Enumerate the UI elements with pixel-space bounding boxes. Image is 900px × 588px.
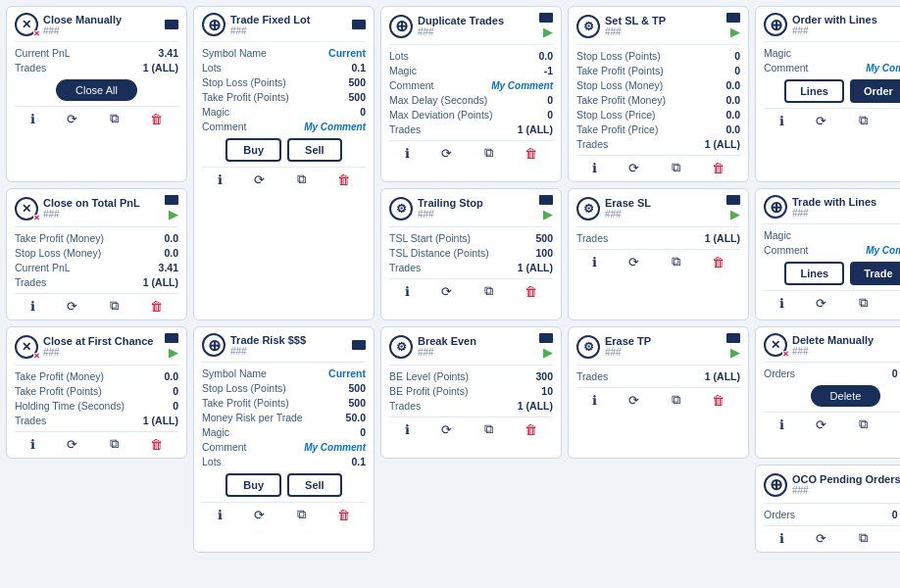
trash-icon-btn[interactable]: 🗑 [710, 160, 726, 175]
minimize-button[interactable] [726, 13, 740, 23]
trash-icon-btn[interactable]: 🗑 [710, 254, 726, 270]
copy-icon-btn[interactable]: ⧉ [482, 421, 495, 437]
refresh-icon-btn[interactable]: ⟳ [814, 295, 828, 311]
copy-icon-btn[interactable]: ⧉ [108, 436, 121, 452]
info-icon-btn[interactable]: ℹ [590, 392, 599, 408]
info-icon-btn[interactable]: ℹ [777, 416, 786, 432]
trash-icon-btn[interactable]: 🗑 [335, 507, 352, 522]
refresh-icon-btn[interactable]: ⟳ [626, 392, 641, 408]
minimize-button[interactable] [726, 333, 740, 343]
refresh-icon-btn[interactable]: ⟳ [814, 530, 828, 546]
refresh-icon-btn[interactable]: ⟳ [814, 113, 828, 128]
trade-risk-sss-subtitle: ### [230, 346, 347, 357]
order-button[interactable]: Order [850, 79, 900, 103]
play-button[interactable]: ▶ [730, 24, 740, 39]
minimize-button[interactable] [539, 333, 553, 343]
copy-icon-btn[interactable]: ⧉ [482, 283, 495, 299]
trash-icon-btn[interactable]: 🗑 [523, 283, 539, 299]
info-icon-btn[interactable]: ℹ [777, 530, 786, 546]
copy-icon-btn[interactable]: ⧉ [295, 507, 308, 522]
buy-button[interactable]: Buy [225, 138, 281, 162]
trash-icon-btn[interactable]: 🗑 [335, 172, 352, 187]
magic-row: Magic 0 [764, 229, 900, 241]
refresh-icon-btn[interactable]: ⟳ [65, 436, 79, 452]
play-button[interactable]: ▶ [543, 207, 553, 221]
copy-icon-btn[interactable]: ⧉ [670, 254, 682, 270]
play-button[interactable]: ▶ [730, 345, 740, 360]
sell-button[interactable]: Sell [287, 473, 342, 497]
refresh-icon-btn[interactable]: ⟳ [65, 111, 79, 126]
refresh-icon-btn[interactable]: ⟳ [439, 421, 454, 437]
info-icon-btn[interactable]: ℹ [403, 421, 412, 437]
info-icon-btn[interactable]: ℹ [777, 295, 786, 311]
oco-pending-orders-title: OCO Pending Orders [792, 473, 900, 485]
refresh-icon-btn[interactable]: ⟳ [439, 283, 454, 299]
buy-button[interactable]: Buy [225, 473, 281, 497]
copy-icon-btn[interactable]: ⧉ [295, 172, 308, 187]
info-icon-btn[interactable]: ℹ [403, 283, 412, 299]
copy-icon-btn[interactable]: ⧉ [482, 145, 495, 161]
close-manually-top-right [165, 20, 178, 29]
info-icon-btn[interactable]: ℹ [28, 436, 37, 452]
info-icon-btn[interactable]: ℹ [216, 172, 225, 187]
trades-value: 1 (ALL) [518, 400, 553, 412]
max-deviation-row: Max Deviation (Points) 0 [389, 109, 553, 121]
minimize-button[interactable] [165, 20, 178, 29]
trade-with-lines-title: Trade with Lines [792, 196, 900, 208]
info-icon-btn[interactable]: ℹ [28, 298, 37, 314]
copy-icon-btn[interactable]: ⧉ [108, 298, 121, 314]
refresh-icon-btn[interactable]: ⟳ [252, 172, 267, 187]
lines-button[interactable]: Lines [784, 262, 844, 285]
minimize-button[interactable] [165, 333, 178, 343]
copy-icon-btn[interactable]: ⧉ [670, 160, 682, 175]
refresh-icon-btn[interactable]: ⟳ [439, 145, 454, 161]
copy-icon-btn[interactable]: ⧉ [857, 295, 870, 311]
trash-icon-btn[interactable]: 🗑 [710, 392, 726, 408]
trades-label: Trades [576, 138, 608, 150]
play-button[interactable]: ▶ [543, 345, 553, 360]
play-button[interactable]: ▶ [169, 345, 178, 360]
minimize-button[interactable] [165, 195, 178, 205]
refresh-icon-btn[interactable]: ⟳ [65, 298, 79, 314]
close-on-total-pnl-top-right: ▶ [165, 195, 178, 221]
trash-icon-btn[interactable]: 🗑 [148, 298, 165, 314]
copy-icon-btn[interactable]: ⧉ [857, 416, 870, 432]
minimize-button[interactable] [539, 13, 553, 23]
minimize-button[interactable] [726, 195, 740, 205]
refresh-icon-btn[interactable]: ⟳ [814, 416, 828, 432]
copy-icon-btn[interactable]: ⧉ [670, 392, 682, 408]
play-button[interactable]: ▶ [543, 24, 553, 39]
info-icon-btn[interactable]: ℹ [216, 507, 225, 522]
trade-risk-sss-title: Trade Risk $$$ [230, 334, 347, 346]
info-icon-btn[interactable]: ℹ [777, 113, 786, 128]
refresh-icon-btn[interactable]: ⟳ [626, 254, 641, 270]
minimize-button[interactable] [352, 20, 366, 29]
info-icon-btn[interactable]: ℹ [403, 145, 412, 161]
trash-icon-btn[interactable]: 🗑 [148, 436, 165, 452]
close-all-button[interactable]: Close All [56, 79, 137, 101]
copy-icon-btn[interactable]: ⧉ [857, 113, 870, 128]
lots-row: Lots 0.0 [389, 50, 553, 62]
trash-icon-btn[interactable]: 🗑 [523, 145, 539, 161]
close-at-first-chance-top-right: ▶ [165, 333, 178, 360]
minimize-button[interactable] [539, 195, 553, 205]
minimize-button[interactable] [352, 340, 366, 350]
erase-tp-title-block: Erase TP ### [605, 335, 722, 358]
copy-icon-btn[interactable]: ⧉ [108, 111, 121, 126]
lines-button[interactable]: Lines [784, 79, 844, 103]
sell-button[interactable]: Sell [287, 138, 342, 162]
trade-button[interactable]: Trade [850, 262, 900, 285]
trash-icon-btn[interactable]: 🗑 [148, 111, 165, 126]
play-button[interactable]: ▶ [730, 207, 740, 221]
info-icon-btn[interactable]: ℹ [590, 254, 599, 270]
play-button[interactable]: ▶ [169, 207, 178, 221]
trash-icon-btn[interactable]: 🗑 [523, 421, 539, 437]
refresh-icon-btn[interactable]: ⟳ [626, 160, 641, 175]
copy-icon-btn[interactable]: ⧉ [857, 530, 870, 546]
trailing-stop-card: ⚙ Trailing Stop ### ▶ TSL Start (Points)… [380, 188, 562, 320]
refresh-icon-btn[interactable]: ⟳ [252, 507, 267, 522]
lots-label: Lots [202, 456, 222, 467]
info-icon-btn[interactable]: ℹ [28, 111, 37, 126]
info-icon-btn[interactable]: ℹ [590, 160, 599, 175]
delete-button[interactable]: Delete [811, 385, 881, 407]
